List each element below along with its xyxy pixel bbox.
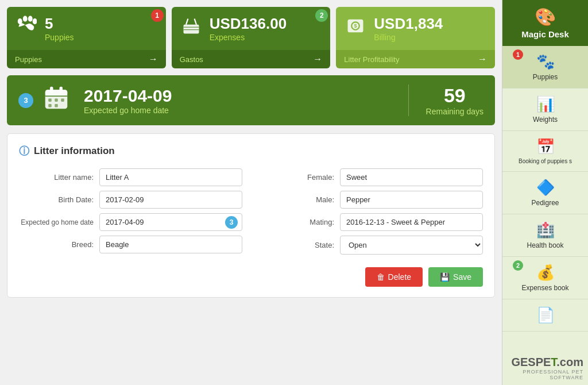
svg-point-3	[33, 18, 37, 24]
mating-label: Mating:	[260, 218, 334, 226]
delete-button[interactable]: 🗑 Delete	[365, 267, 423, 287]
state-row: State: Open Closed	[260, 236, 483, 255]
puppies-sidebar-badge: 1	[513, 49, 523, 60]
female-row: Female:	[260, 168, 483, 186]
card-billing[interactable]: $ USD1,834 Billing Litter Profitability …	[336, 7, 495, 68]
save-button[interactable]: 💾 Save	[428, 267, 483, 287]
save-icon: 💾	[440, 272, 450, 282]
doc-sidebar-icon: 📄	[536, 306, 555, 324]
gespet-logo: GESPET.com PROFESSIONAL PET SOFTWARE	[502, 351, 588, 385]
puppies-label: Puppies	[45, 33, 74, 42]
litter-name-row: Litter name:	[19, 168, 242, 186]
sidebar-item-weights[interactable]: 📊 Weights	[502, 88, 588, 131]
billing-footer-text: Litter Profitability	[344, 55, 399, 64]
gespet-sub: PROFESSIONAL PET SOFTWARE	[507, 369, 583, 380]
health-sidebar-icon: 🏥	[536, 221, 555, 239]
mating-input[interactable]	[340, 213, 483, 231]
puppies-count: 5	[45, 15, 74, 33]
right-column: Female: Male: Mating: State: Open Closed	[260, 168, 483, 259]
svg-text:$: $	[354, 23, 357, 29]
remaining-days-label: Remaining days	[426, 107, 483, 116]
card-billing-footer[interactable]: Litter Profitability →	[336, 50, 495, 68]
arrow-icon: →	[313, 54, 322, 64]
go-home-date-input[interactable]	[99, 213, 242, 231]
booking-sidebar-label: Booking of puppies s	[519, 158, 572, 164]
sidebar: 🎨 Magic Desk 1 🐾 Puppies 📊 Weights 📅 Boo…	[502, 0, 588, 385]
svg-point-2	[28, 16, 33, 22]
action-buttons: 🗑 Delete 💾 Save	[19, 267, 483, 287]
expenses-sidebar-icon: 💰	[536, 264, 555, 282]
weights-sidebar-label: Weights	[533, 116, 558, 124]
expenses-value: USD136.00	[210, 15, 287, 33]
female-input[interactable]	[340, 168, 483, 186]
gespet-suffix: .com	[556, 356, 583, 368]
left-column: Litter name: Birth Date: Expected go hom…	[19, 168, 242, 259]
litter-name-input[interactable]	[99, 168, 242, 186]
date-badge: 3	[18, 93, 33, 108]
go-home-row: Expected go home date 3	[19, 213, 242, 231]
expenses-sidebar-badge: 2	[513, 260, 523, 271]
litter-info-title: ⓘ Litter information	[19, 144, 483, 158]
sidebar-item-expenses[interactable]: 2 💰 Expenses book	[502, 257, 588, 299]
sidebar-title: Magic Desk	[521, 29, 569, 39]
health-sidebar-label: Health book	[527, 241, 563, 249]
date-banner: 3 2017-04-09 Expected go home date 59 Re…	[7, 75, 495, 125]
card-puppies[interactable]: 5 Puppies Puppies → 1	[7, 7, 166, 68]
card-puppies-footer[interactable]: Puppies →	[7, 50, 166, 68]
state-label: State:	[260, 241, 334, 249]
billing-label: Billing	[374, 33, 443, 42]
billing-icon: $	[345, 16, 366, 41]
chart-sidebar-icon: 📊	[536, 95, 555, 113]
male-input[interactable]	[340, 191, 483, 209]
birth-date-input[interactable]	[99, 191, 242, 209]
gespet-name1: GESPE	[511, 356, 551, 368]
state-select[interactable]: Open Closed	[340, 236, 483, 255]
sidebar-item-puppies[interactable]: 1 🐾 Puppies	[502, 46, 588, 88]
booking-sidebar-icon: 📅	[536, 138, 555, 156]
card-expenses-footer[interactable]: Gastos →	[172, 50, 331, 68]
sidebar-item-pedigree[interactable]: 🔷 Pedigree	[502, 172, 588, 214]
svg-rect-17	[61, 98, 64, 102]
sidebar-item-health[interactable]: 🏥 Health book	[502, 214, 588, 257]
top-cards: 5 Puppies Puppies → 1	[7, 7, 495, 68]
arrow-icon: →	[478, 54, 487, 64]
puppies-sidebar-label: Puppies	[533, 73, 558, 81]
expenses-sidebar-label: Expenses book	[521, 284, 568, 292]
svg-rect-12	[50, 86, 53, 93]
sidebar-item-doc[interactable]: 📄	[502, 299, 588, 332]
expenses-footer-text: Gastos	[180, 55, 203, 64]
expenses-label: Expenses	[210, 33, 287, 42]
card-expenses[interactable]: USD136.00 Expenses Gastos → 2	[172, 7, 331, 68]
birth-date-row: Birth Date:	[19, 191, 242, 209]
basket-icon	[181, 16, 202, 41]
go-home-date: 2017-04-09	[84, 86, 398, 106]
go-home-badge: 3	[225, 216, 238, 229]
puppies-badge: 1	[151, 9, 164, 22]
paw-sidebar-icon: 🐾	[536, 53, 555, 71]
go-home-date-label: Expected go home date	[19, 218, 94, 226]
svg-rect-18	[48, 104, 52, 107]
breed-row: Breed:	[19, 236, 242, 253]
go-home-label: Expected go home date	[84, 106, 398, 115]
sidebar-item-booking[interactable]: 📅 Booking of puppies s	[502, 131, 588, 172]
palette-icon: 🎨	[535, 7, 556, 27]
pedigree-sidebar-icon: 🔷	[536, 179, 555, 197]
sidebar-header: 🎨 Magic Desk	[502, 0, 588, 46]
info-icon: ⓘ	[19, 144, 29, 158]
breed-input[interactable]	[99, 236, 242, 253]
male-label: Male:	[260, 195, 334, 204]
svg-rect-11	[45, 90, 68, 96]
puppies-footer-text: Puppies	[15, 55, 42, 64]
remaining-days: 59	[426, 84, 483, 107]
paw-icon	[16, 16, 37, 41]
female-label: Female:	[260, 173, 334, 182]
male-row: Male:	[260, 191, 483, 209]
pedigree-sidebar-label: Pedigree	[531, 199, 559, 207]
arrow-icon: →	[149, 54, 158, 64]
litter-info-panel: ⓘ Litter information Litter name: Birth …	[7, 133, 495, 298]
mating-row: Mating:	[260, 213, 483, 231]
svg-rect-13	[60, 86, 63, 93]
svg-rect-4	[183, 25, 199, 34]
svg-rect-16	[55, 98, 58, 102]
billing-value: USD1,834	[374, 15, 443, 33]
